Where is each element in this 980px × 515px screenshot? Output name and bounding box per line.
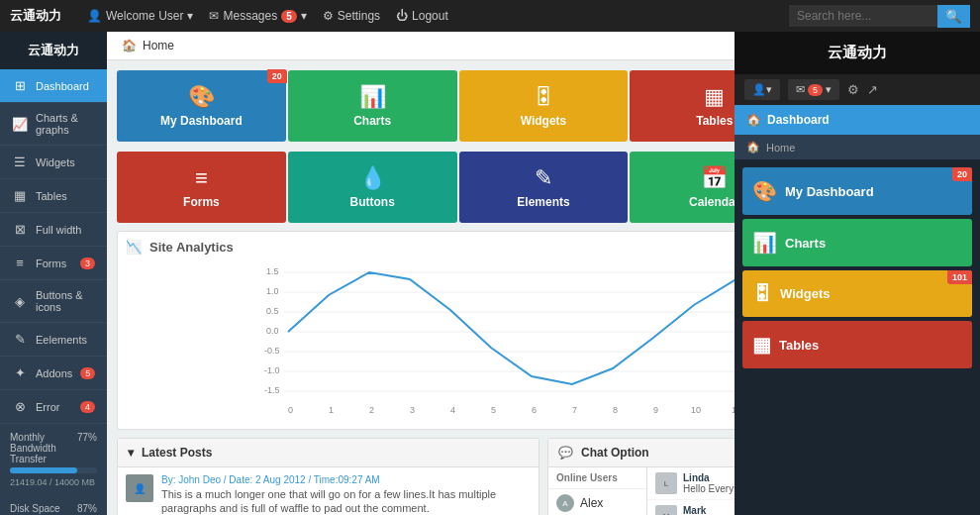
- forms-icon: ≡: [12, 256, 28, 270]
- sidebar-label-error: Error: [36, 401, 59, 413]
- tile-charts-icon: 📊: [359, 84, 386, 110]
- tile-my-dashboard-label: My Dashboard: [160, 114, 243, 128]
- tile-elements[interactable]: ✎ Elements: [459, 152, 629, 223]
- overlay-tile-charts-icon: 📊: [752, 231, 777, 255]
- overlay-nav-label: Dashboard: [767, 113, 830, 127]
- user-avatar-alex: A: [556, 494, 574, 512]
- online-users-header: Online Users: [548, 467, 646, 489]
- overlay-user-btn[interactable]: 👤▾: [744, 79, 780, 100]
- sidebar-item-charts[interactable]: 📈 Charts & graphs: [0, 103, 107, 146]
- chart-icon: 📉: [126, 240, 142, 255]
- error-icon: ⊗: [12, 399, 28, 414]
- post-content-0: By: John Deo / Date: 2 Aug 2012 / Time:0…: [161, 474, 531, 515]
- overlay-msg-btn[interactable]: ✉ 5 ▾: [788, 79, 839, 100]
- nav-messages[interactable]: ✉ Messages 5 ▾: [209, 9, 306, 23]
- svg-text:8: 8: [613, 405, 618, 415]
- logout-icon: ⏻: [396, 9, 408, 23]
- top-navigation: 云通动力 👤 Welcome User ▾ ✉ Messages 5 ▾ ⚙ S…: [0, 0, 980, 32]
- overlay-breadcrumb-label: Home: [766, 142, 795, 154]
- sidebar-item-dashboard[interactable]: ⊞ Dashboard: [0, 69, 107, 103]
- sidebar-item-elements[interactable]: ✎ Eelements: [0, 323, 107, 357]
- chat-avatar-linda0: L: [655, 472, 677, 494]
- overlay-share-icon[interactable]: ↗: [867, 82, 878, 97]
- overlay-gear-icon[interactable]: ⚙: [847, 82, 859, 97]
- latest-posts-panel: ▾ Latest Posts 👤 By: John Deo / Date: 2 …: [117, 438, 539, 515]
- sidebar-label-buttons: Buttons & icons: [36, 289, 95, 313]
- dashboard-icon: ⊞: [12, 78, 28, 93]
- user-icon: 👤: [87, 9, 102, 23]
- bandwidth-value: 21419.04 / 14000 MB: [10, 477, 97, 487]
- home-icon: 🏠: [122, 39, 137, 52]
- tile-widgets-label: Widgets: [521, 114, 567, 128]
- tile-tables-icon: ▦: [704, 84, 725, 110]
- sidebar-item-tables[interactable]: ▦ Tables: [0, 179, 107, 213]
- post-meta-0: By: John Deo / Date: 2 Aug 2012 / Time:0…: [161, 474, 531, 485]
- tile-elements-icon: ✎: [535, 165, 552, 191]
- nav-user[interactable]: 👤 Welcome User ▾: [87, 9, 193, 23]
- nav-settings[interactable]: ⚙ Settings: [323, 9, 380, 23]
- buttons-icon: ◈: [12, 294, 28, 309]
- sidebar-label-elements: Eelements: [36, 334, 87, 346]
- overlay-tile-tables[interactable]: ▦ Tables: [742, 321, 972, 368]
- sidebar-label-addons: Addons: [36, 367, 72, 379]
- svg-text:1.0: 1.0: [266, 286, 279, 296]
- latest-posts-header: ▾ Latest Posts: [118, 439, 539, 467]
- overlay-tile-widgets[interactable]: 101 🎛 Widgets: [742, 270, 972, 317]
- sidebar-item-fullwidth[interactable]: ⊠ Full width: [0, 213, 107, 247]
- tile-widgets-icon: 🎛: [533, 84, 554, 110]
- tile-buttons-label: Buttons: [350, 195, 395, 209]
- sidebar-label-charts: Charts & graphs: [36, 112, 95, 136]
- svg-text:0: 0: [288, 405, 293, 415]
- tile-forms-icon: ≡: [195, 165, 208, 191]
- svg-text:7: 7: [572, 405, 577, 415]
- svg-text:-0.5: -0.5: [264, 346, 280, 356]
- nav-logout[interactable]: ⏻ Logout: [396, 9, 448, 23]
- charts-icon: 📈: [12, 117, 28, 132]
- tile-buttons[interactable]: 💧 Buttons: [288, 152, 457, 223]
- overlay-tile-dashboard-badge: 20: [952, 167, 972, 181]
- search-area: 🔍: [789, 5, 970, 28]
- search-input[interactable]: [789, 5, 937, 27]
- bandwidth-label: Monthly Bandwidth Transfer: [10, 432, 77, 464]
- elements-icon: ✎: [12, 332, 28, 347]
- disk-label: Disk Space Usage: [10, 503, 77, 515]
- collapse-icon[interactable]: ▾: [128, 446, 134, 460]
- tile-my-dashboard-badge: 20: [267, 69, 287, 83]
- sidebar-item-buttons[interactable]: ◈ Buttons & icons: [0, 280, 107, 323]
- overlay-breadcrumb: 🏠 Home: [735, 135, 980, 159]
- svg-text:2: 2: [369, 405, 374, 415]
- tile-calendar-label: Calendar: [689, 195, 739, 209]
- overlay-tile-tables-label: Tables: [779, 338, 819, 353]
- overlay-tile-charts-label: Charts: [785, 236, 826, 251]
- post-avatar-0: 👤: [126, 474, 153, 502]
- disk-section: Disk Space Usage 87% 604.44 / 4000 MB: [0, 495, 107, 515]
- gear-icon: ⚙: [323, 9, 334, 23]
- tile-my-dashboard[interactable]: 20 🎨 My Dashboard: [117, 70, 286, 142]
- overlay-msg-badge: 5: [808, 84, 823, 96]
- bandwidth-section: Monthly Bandwidth Transfer 77% 21419.04 …: [0, 424, 107, 495]
- sidebar-item-widgets[interactable]: ☰ Widgets: [0, 146, 107, 179]
- widgets-icon: ☰: [12, 154, 28, 169]
- overlay-tile-charts[interactable]: 📊 Charts: [742, 219, 972, 266]
- svg-text:6: 6: [532, 405, 537, 415]
- overlay-nav: 🏠 Dashboard: [735, 105, 980, 135]
- overlay-tile-dashboard[interactable]: 20 🎨 My Dashboard: [742, 167, 972, 215]
- post-item-0: 👤 By: John Deo / Date: 2 Aug 2012 / Time…: [118, 467, 539, 515]
- search-button[interactable]: 🔍: [937, 5, 970, 28]
- tile-charts[interactable]: 📊 Charts: [288, 70, 457, 142]
- bandwidth-bar-fill: [10, 467, 77, 473]
- online-user-alex[interactable]: A Alex: [548, 489, 646, 515]
- sidebar-label-fullwidth: Full width: [36, 224, 81, 236]
- tile-forms[interactable]: ≡ Forms: [117, 152, 286, 223]
- overlay-tile-widgets-icon: 🎛: [752, 282, 772, 305]
- svg-text:3: 3: [410, 405, 415, 415]
- sidebar-item-error[interactable]: ⊗ Error 4: [0, 390, 107, 424]
- chat-avatar-mark: M: [655, 505, 677, 515]
- sidebar-item-forms[interactable]: ≡ Forms 3: [0, 247, 107, 280]
- tile-widgets[interactable]: 🎛 Widgets: [459, 70, 629, 142]
- chat-title: Chat Option: [581, 446, 649, 460]
- brand-logo: 云通动力: [10, 7, 61, 25]
- post-text-0: This is a much longer one that will go o…: [161, 487, 531, 515]
- sidebar-item-addons[interactable]: ✦ Addons 5: [0, 357, 107, 390]
- svg-text:5: 5: [491, 405, 496, 415]
